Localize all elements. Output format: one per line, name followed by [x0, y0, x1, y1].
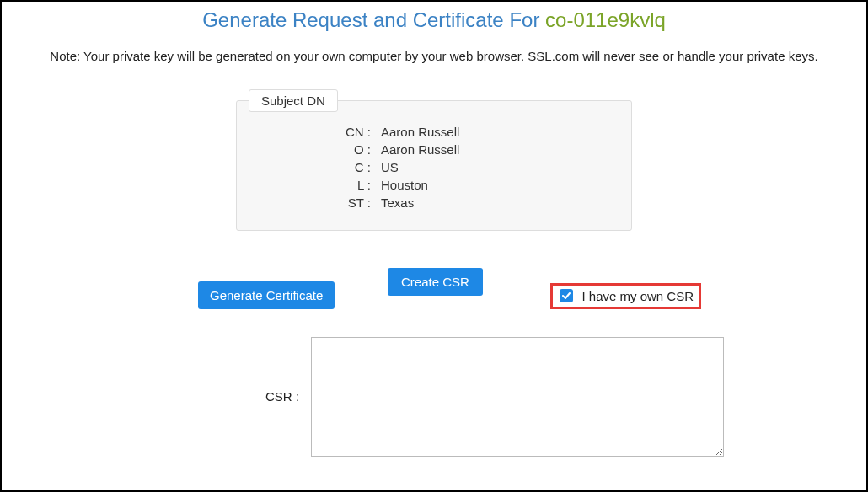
dn-row-c: C : US — [254, 160, 614, 174]
dn-row-o: O : Aaron Russell — [254, 142, 614, 157]
dn-value: Aaron Russell — [376, 125, 459, 139]
page-title-code: co-011e9kvlq — [545, 8, 666, 31]
dn-value: Texas — [376, 195, 414, 210]
actions-row: Generate Certificate Create CSR I have m… — [198, 268, 670, 305]
dn-value: US — [376, 160, 399, 174]
dn-value: Aaron Russell — [376, 142, 459, 157]
check-icon — [562, 291, 571, 300]
subject-dn-panel: Subject DN CN : Aaron Russell O : Aaron … — [236, 100, 632, 231]
dn-row-st: ST : Texas — [254, 195, 614, 210]
dn-label: ST : — [254, 195, 376, 210]
csr-textarea[interactable] — [311, 337, 724, 457]
dn-label: O : — [254, 142, 376, 157]
own-csr-checkbox[interactable] — [560, 289, 573, 302]
dn-label: C : — [254, 160, 376, 174]
generate-certificate-button[interactable]: Generate Certificate — [198, 281, 335, 309]
dn-row-cn: CN : Aaron Russell — [254, 125, 614, 139]
note-text: Note: Your private key will be generated… — [2, 35, 866, 67]
dn-value: Houston — [376, 178, 428, 192]
own-csr-highlight: I have my own CSR — [550, 283, 701, 309]
dn-row-l: L : Houston — [254, 178, 614, 192]
dn-label: CN : — [254, 125, 376, 139]
csr-row: CSR : — [131, 337, 737, 457]
dn-label: L : — [254, 178, 376, 192]
page-title: Generate Request and Certificate For co-… — [2, 2, 866, 35]
create-csr-button[interactable]: Create CSR — [388, 268, 483, 296]
page-title-prefix: Generate Request and Certificate For — [202, 8, 545, 31]
subject-dn-legend: Subject DN — [249, 89, 338, 112]
csr-field-label: CSR : — [131, 389, 299, 404]
own-csr-label: I have my own CSR — [581, 289, 694, 303]
